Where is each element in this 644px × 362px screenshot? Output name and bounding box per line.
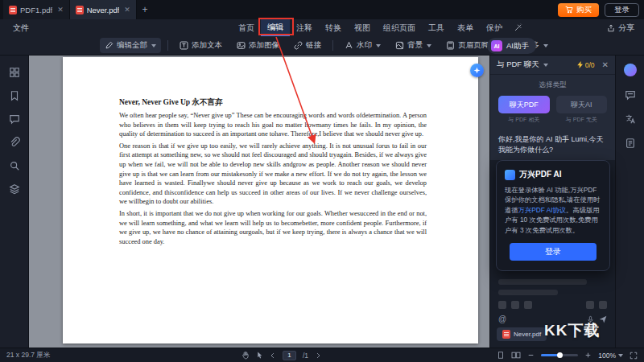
notes-icon[interactable] <box>625 138 636 149</box>
share-button[interactable]: 分享 <box>607 19 634 36</box>
menu-comment[interactable]: 注释 <box>290 19 319 36</box>
ai-assistant-button[interactable]: AI AI助手 <box>487 38 536 54</box>
login-button[interactable]: 登录 <box>605 3 639 17</box>
menu-tools[interactable]: 工具 <box>422 19 451 36</box>
layers-icon[interactable] <box>9 183 20 195</box>
edit-all-button[interactable]: 编辑全部 <box>100 38 161 53</box>
text-icon <box>180 41 188 50</box>
previous-page-icon[interactable] <box>270 352 276 359</box>
wondershare-logo-icon <box>505 170 515 180</box>
new-tab-button[interactable]: + <box>137 0 153 19</box>
quick-action-icon[interactable] <box>524 301 532 309</box>
pdf-page[interactable]: Never, Never Give Up 永不言弃 We often hear … <box>63 57 478 343</box>
translate-icon[interactable] <box>625 113 636 125</box>
add-text-button[interactable]: 添加文本 <box>175 38 227 53</box>
tab-pdf1[interactable]: PDF1.pdf ✕ <box>3 0 70 19</box>
zoom-out-icon[interactable] <box>527 352 535 359</box>
toggle-captions: 与 PDF 相关 与 PDF 无关 <box>490 116 615 124</box>
menu-organize-pages[interactable]: 组织页面 <box>377 19 422 36</box>
single-page-view-icon[interactable] <box>497 351 505 360</box>
menu-home[interactable]: 首页 <box>232 19 261 36</box>
menu-file[interactable]: 文件 <box>8 19 34 36</box>
pencil-icon <box>105 41 114 50</box>
divider <box>332 40 333 51</box>
popup-login-button[interactable]: 登录 <box>510 243 597 261</box>
magic-wand-icon[interactable] <box>514 23 522 32</box>
search-icon[interactable] <box>9 160 20 171</box>
chat-bubble-icon[interactable] <box>625 89 636 101</box>
chat-ai-toggle[interactable]: 聊天AI <box>556 96 608 113</box>
page-number-input[interactable]: 1 <box>283 351 296 360</box>
attachment-icon[interactable] <box>9 137 20 148</box>
quick-action-icon[interactable] <box>511 301 519 309</box>
quick-action-icon[interactable] <box>599 301 607 309</box>
zoom-in-icon[interactable] <box>584 352 592 359</box>
menu-edit[interactable]: 编辑 <box>261 19 290 36</box>
menu-view[interactable]: 视图 <box>348 19 377 36</box>
zoom-slider[interactable] <box>541 354 578 356</box>
hand-tool-icon[interactable] <box>242 351 250 360</box>
close-tab-icon[interactable]: ✕ <box>57 6 64 14</box>
chevron-down-icon <box>543 44 548 47</box>
link-button[interactable]: 链接 <box>289 38 326 53</box>
pdf-editor-window: PDF1.pdf ✕ Never.pdf ✕ + 购买 登录 文件 首页 编辑 … <box>0 0 644 362</box>
ai-agreement-link[interactable]: 万兴PDF AI协议 <box>518 206 566 214</box>
tab-never[interactable]: Never.pdf ✕ <box>70 0 137 19</box>
chevron-down-icon <box>427 44 431 47</box>
page-text: Never, Never Give Up 永不言弃 We often hear … <box>119 97 427 249</box>
ai-badge-icon: AI <box>491 40 502 51</box>
dimmed-suggestion <box>498 279 587 285</box>
two-page-view-icon[interactable] <box>511 351 521 360</box>
menu-convert[interactable]: 转换 <box>319 19 348 36</box>
mic-icon[interactable] <box>587 315 594 323</box>
buy-button[interactable]: 购买 <box>558 3 599 17</box>
zoom-level-dropdown[interactable]: 100% <box>598 352 623 360</box>
send-icon[interactable] <box>599 315 607 323</box>
ai-avatar-icon[interactable] <box>624 64 637 76</box>
lightning-icon <box>577 61 584 68</box>
chat-mode-toggle: 聊天PDF 聊天AI <box>490 96 615 113</box>
popup-body: 现在登录体验 AI 功能,万兴PDF 保护你的文档和隐私,请在使用时遵循万兴PD… <box>505 185 601 235</box>
paragraph: In short, it is important that we do not… <box>119 209 427 246</box>
document-viewport[interactable]: Never, Never Give Up 永不言弃 We often hear … <box>29 56 489 348</box>
chat-pdf-caption: 与 PDF 相关 <box>498 116 550 124</box>
close-tab-icon[interactable]: ✕ <box>124 6 130 14</box>
watermark-button[interactable]: 水印 <box>340 38 386 53</box>
paragraph: One reason is that if we give up too eas… <box>119 142 427 207</box>
comment-icon[interactable] <box>9 113 20 125</box>
watermark-icon <box>345 41 353 50</box>
tab-label: PDF1.pdf <box>20 6 52 14</box>
mention-icon[interactable]: @ <box>498 315 506 323</box>
menu-protect[interactable]: 保护 <box>480 19 509 36</box>
close-panel-icon[interactable]: ✕ <box>602 60 609 69</box>
page-total-label: /1 <box>303 352 308 360</box>
chat-with-pdf-dropdown[interactable]: 与 PDF 聊天 <box>497 60 539 70</box>
cart-icon <box>565 6 573 14</box>
tab-label: Never.pdf <box>87 6 120 14</box>
pdf-file-icon <box>9 6 17 14</box>
menu-form[interactable]: 表单 <box>451 19 480 36</box>
document-title: Never, Never Give Up 永不言弃 <box>119 97 427 108</box>
select-tool-icon[interactable] <box>256 351 263 360</box>
next-page-icon[interactable] <box>315 352 321 359</box>
prompt-input-row[interactable]: @ <box>498 315 607 323</box>
zoom-slider-knob[interactable] <box>557 352 563 358</box>
buy-label: 购买 <box>576 5 592 15</box>
share-label: 分享 <box>618 23 634 34</box>
credits-counter[interactable]: 0/0 <box>577 61 595 69</box>
pdf-file-icon <box>502 330 510 339</box>
fullscreen-icon[interactable] <box>630 352 638 360</box>
bookmark-icon[interactable] <box>9 90 20 101</box>
quick-action-icon[interactable] <box>586 301 594 309</box>
thumbnails-icon[interactable] <box>9 67 20 78</box>
chat-pdf-toggle[interactable]: 聊天PDF <box>498 96 550 113</box>
pdf-file-icon <box>76 6 84 14</box>
chevron-down-icon <box>151 44 156 47</box>
chat-ai-caption: 与 PDF 无关 <box>556 116 608 124</box>
titlebar: PDF1.pdf ✕ Never.pdf ✕ + 购买 登录 <box>0 0 644 19</box>
background-button[interactable]: 背景 <box>390 38 436 53</box>
attached-file-chip[interactable]: Never.pdf <box>497 327 547 341</box>
add-image-button[interactable]: 添加图像 <box>232 38 284 53</box>
quick-action-icon[interactable] <box>498 301 506 309</box>
floating-assistant-button[interactable] <box>470 64 484 77</box>
